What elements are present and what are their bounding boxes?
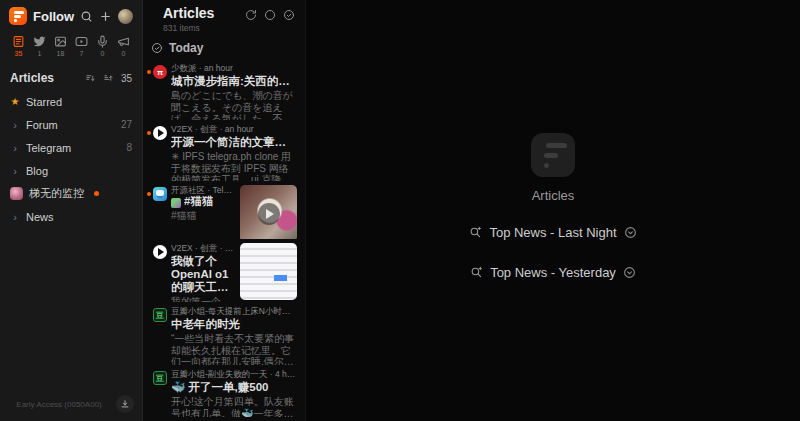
chevron-right-icon: › <box>10 165 20 177</box>
sidebar: Follow 35 1 18 7 <box>0 0 143 421</box>
avatar-glyph: 豆 <box>156 373 164 384</box>
chevron-right-icon: › <box>10 211 20 223</box>
section-title: Articles <box>10 71 78 85</box>
check-circle-icon <box>151 42 163 54</box>
twitter-icon <box>33 35 46 48</box>
entry-title: 🐳 开了一单,赚500 <box>171 381 297 394</box>
unread-dot <box>147 192 151 196</box>
entry-excerpt: ✳ IPFS telegra.ph clone 用于将数据发布到 IPFS 网络… <box>171 151 297 181</box>
view-tab-pictures[interactable]: 18 <box>52 35 69 58</box>
sidebar-header: Follow <box>0 0 142 32</box>
feed-avatar-telegram <box>153 187 167 201</box>
microphone-icon <box>96 35 109 48</box>
entry-title: 我做了个 OpenAI o1 的聊天工具站,给大家免费试用 <box>171 255 234 294</box>
version-label: Early Access (0050A00) <box>8 400 110 409</box>
refresh-icon <box>245 9 257 21</box>
sidebar-item-label: Blog <box>26 165 48 177</box>
unread-count-badge: 8 <box>126 142 132 153</box>
unread-count-badge: 27 <box>121 119 132 130</box>
add-feed-button[interactable] <box>99 10 112 23</box>
sidebar-item-blog[interactable]: › Blog <box>0 159 142 182</box>
sidebar-footer: Early Access (0050A00) <box>0 389 142 421</box>
article-list-item-partial[interactable] <box>143 417 305 421</box>
entry-excerpt: 开心!这个月第四单。队友账号也有几单。做🐳一年多以来最好的一段时间 <box>171 396 297 417</box>
sidebar-item-news[interactable]: › News <box>0 205 142 228</box>
entry-title: 中老年的时光 <box>171 318 297 331</box>
entry-meta: 少数派 · an hour <box>171 63 297 73</box>
tab-count: 0 <box>101 50 105 58</box>
avatar-glyph: 豆 <box>156 310 164 321</box>
channel-icon <box>156 190 164 198</box>
list-view-icon <box>103 73 114 84</box>
unread-dot <box>94 191 99 196</box>
entry-title: #猫猫 <box>184 195 213 208</box>
unread-filter-button[interactable] <box>264 9 276 33</box>
feed-avatar-sspai: π <box>153 65 167 79</box>
sidebar-item-label: Starred <box>26 96 62 108</box>
ai-summary-icon <box>470 266 483 279</box>
view-tab-audio[interactable]: 0 <box>94 35 111 58</box>
megaphone-icon <box>117 35 130 48</box>
unread-dot <box>147 131 151 135</box>
mark-all-read-button[interactable] <box>283 9 295 33</box>
article-list-item[interactable]: 豆 豆瓣小组-副业失败的一天 · 4 hours 🐳 开了一单,赚500 开心!… <box>143 365 305 417</box>
plus-icon <box>99 10 112 23</box>
view-toggle-button[interactable] <box>103 73 114 84</box>
picture-icon <box>54 35 67 48</box>
view-tab-bar: 35 1 18 7 0 0 <box>0 32 142 58</box>
articles-placeholder-logo <box>531 133 575 177</box>
view-tab-social[interactable]: 1 <box>31 35 48 58</box>
refresh-button[interactable] <box>245 9 257 33</box>
sidebar-item-label: Telegram <box>26 142 71 154</box>
view-tab-articles[interactable]: 35 <box>10 35 27 58</box>
tab-count: 18 <box>57 50 65 58</box>
feed-avatar-douban: 豆 <box>153 371 167 385</box>
feed-avatar <box>10 187 23 200</box>
circle-icon <box>264 9 276 21</box>
tab-count: 0 <box>122 50 126 58</box>
article-list-item[interactable]: V2EX · 创意 · an hour 开源一个简洁的文章发布平台 ✳ IPFS… <box>143 120 305 181</box>
profile-avatar[interactable] <box>118 9 133 24</box>
feed-avatar-douban: 豆 <box>153 308 167 322</box>
entry-excerpt: “一些当时看去不太要紧的事却能长久扎根在记忆里。它们一向都在那儿安睡,偶尔醒一下… <box>171 333 297 365</box>
daily-report-yesterday[interactable]: Top News - Yesterday <box>470 265 636 280</box>
star-icon: ★ <box>10 96 20 107</box>
sidebar-item-monitor-feed[interactable]: 梯无的监控 <box>0 182 142 205</box>
sidebar-item-forum[interactable]: › Forum 27 <box>0 113 142 136</box>
list-title: Articles <box>163 6 245 21</box>
sidebar-item-telegram[interactable]: › Telegram 8 <box>0 136 142 159</box>
chevron-right-icon: › <box>10 142 20 154</box>
chevron-right-icon: › <box>10 119 20 131</box>
expand-report-button[interactable] <box>623 266 636 279</box>
entry-meta: 豆瓣小组-每天提前上床N小时我们一起读书… · 3 hours <box>171 306 297 316</box>
download-icon <box>120 399 130 409</box>
feed-avatar-v2ex <box>153 245 167 259</box>
entry-meta: V2EX · 创意 · 3 hours <box>171 243 234 253</box>
download-app-button[interactable] <box>116 395 134 413</box>
expand-report-button[interactable] <box>624 226 637 239</box>
view-tab-notifications[interactable]: 0 <box>115 35 132 58</box>
article-list-item[interactable]: V2EX · 创意 · 3 hours 我做了个 OpenAI o1 的聊天工具… <box>143 239 305 302</box>
date-group-header[interactable]: Today <box>143 35 305 59</box>
daily-reports: Top News - Last Night Top News - Yesterd… <box>469 225 636 280</box>
entry-excerpt: #猫猫 <box>171 210 234 222</box>
sidebar-item-starred[interactable]: ★ Starred <box>0 90 142 113</box>
article-list-item[interactable]: π 少数派 · an hour 城市漫步指南:关西的夏日重现 島のどこにでも、潮… <box>143 59 305 120</box>
daily-report-label: Top News - Last Night <box>489 225 616 240</box>
search-button[interactable] <box>80 10 93 23</box>
video-thumbnail <box>240 185 297 239</box>
ai-summary-icon <box>469 226 482 239</box>
article-list-item[interactable]: 开源社区 · Telegram… · 2 hours #猫猫 #猫猫 <box>143 181 305 239</box>
article-entries: π 少数派 · an hour 城市漫步指南:关西的夏日重现 島のどこにでも、潮… <box>143 59 305 421</box>
article-list-item[interactable]: 豆 豆瓣小组-每天提前上床N小时我们一起读书… · 3 hours 中老年的时光… <box>143 302 305 365</box>
article-list-column: Articles 831 items Today <box>143 0 306 421</box>
app-window: Follow 35 1 18 7 <box>0 0 800 421</box>
view-tab-videos[interactable]: 7 <box>73 35 90 58</box>
play-overlay <box>240 185 297 239</box>
inline-image-icon <box>171 198 181 208</box>
sidebar-item-label: 梯无的监控 <box>29 186 84 201</box>
daily-report-last-night[interactable]: Top News - Last Night <box>469 225 636 240</box>
sort-order-button[interactable] <box>85 73 96 84</box>
avatar-glyph: π <box>157 68 163 77</box>
daily-report-label: Top News - Yesterday <box>490 265 616 280</box>
